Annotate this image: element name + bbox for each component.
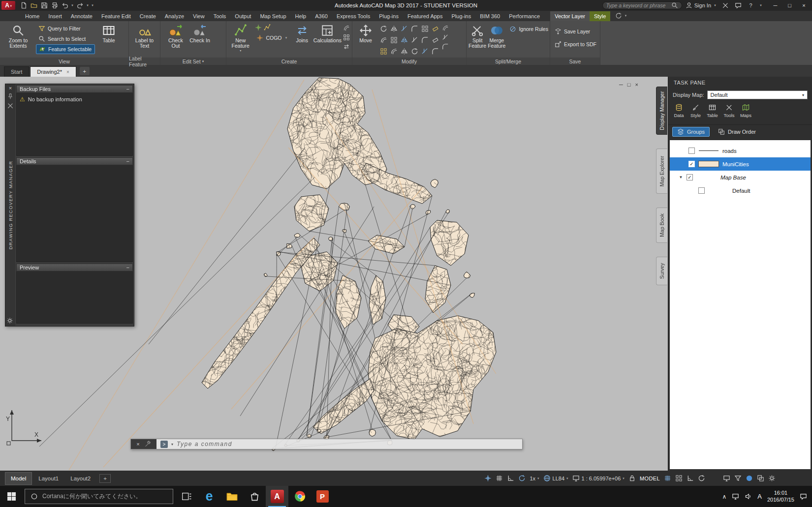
data-button[interactable]: Data	[671, 104, 687, 118]
help-search-input[interactable]: Type a keyword or phrase	[602, 1, 682, 9]
tray-expand-icon[interactable]: ∧	[722, 493, 726, 500]
default-checkbox[interactable]	[698, 187, 705, 194]
query-to-filter-button[interactable]: Query to Filter	[36, 24, 95, 33]
explode-icon[interactable]	[380, 48, 387, 55]
joins-button[interactable]: Joins	[292, 23, 312, 43]
undo-dropdown-icon[interactable]: ▾	[70, 3, 74, 7]
side-tab-display-manager[interactable]: Display Manager	[656, 87, 667, 135]
drawing-minimize-button[interactable]: ─	[619, 82, 623, 88]
isolate-objects-icon[interactable]	[734, 475, 742, 482]
edit-polyline-icon[interactable]	[421, 48, 429, 55]
merge-feature-button[interactable]: Merge Feature	[488, 23, 505, 49]
tab-analyze[interactable]: Analyze	[160, 11, 188, 21]
label-to-text-button[interactable]: Label to Text	[131, 23, 158, 49]
tab-create[interactable]: Create	[135, 11, 160, 21]
calculations-button[interactable]: Calculations	[313, 23, 342, 43]
app-store-icon[interactable]	[733, 1, 743, 10]
dynamic-ucs-icon[interactable]	[687, 475, 694, 482]
exchange-apps-icon[interactable]	[720, 1, 730, 10]
trim-icon[interactable]	[401, 25, 408, 32]
cortana-search-box[interactable]: Cortanaに何か聞いてみてください。	[25, 489, 173, 504]
object-snap-icon[interactable]	[484, 475, 492, 482]
tab-plug-ins-2[interactable]: Plug-ins	[447, 11, 476, 21]
tab-start[interactable]: Start	[4, 66, 29, 77]
tab-style[interactable]: Style	[590, 11, 610, 21]
lengthen-icon[interactable]	[390, 48, 398, 55]
collapse-preview-icon[interactable]: −	[126, 265, 129, 270]
close-button[interactable]: ×	[797, 0, 811, 10]
polar-tracking-icon[interactable]	[518, 475, 526, 482]
palette-autohide-icon[interactable]	[7, 93, 14, 100]
check-in-button[interactable]: Check In	[188, 23, 211, 43]
layer-row-municities[interactable]: ✓ MuniCities	[670, 157, 811, 171]
minimize-button[interactable]: ─	[768, 0, 782, 10]
sign-in-button[interactable]: Sign In ▾	[686, 2, 717, 9]
layer-row-default[interactable]: Default	[670, 184, 811, 197]
clean-screen-icon[interactable]	[757, 475, 764, 482]
style-button[interactable]: Style	[688, 104, 703, 118]
application-menu-button[interactable]: A▾	[1, 1, 15, 10]
drawing-close-button[interactable]: ×	[635, 82, 638, 88]
backup-files-list[interactable]: ⚠ No backup information	[16, 93, 133, 156]
search-to-select-button[interactable]: Search to Select	[36, 34, 95, 44]
save-button[interactable]	[39, 1, 49, 10]
tab-layout2[interactable]: Layout2	[65, 473, 96, 484]
roads-checkbox[interactable]	[688, 148, 695, 154]
action-center-icon[interactable]	[800, 493, 807, 500]
open-file-button[interactable]	[29, 1, 38, 10]
taskbar-file-explorer-button[interactable]	[220, 486, 243, 507]
tab-annotate[interactable]: Annotate	[66, 11, 97, 21]
zoom-to-extents-button[interactable]: Zoom to Extents	[2, 23, 34, 49]
delete-vertex-icon[interactable]	[264, 24, 271, 31]
annotation-scale-button[interactable]: 1x▾	[530, 476, 539, 481]
new-layout-button[interactable]: +	[99, 474, 111, 483]
new-feature-button[interactable]: New Feature ▾	[228, 23, 252, 52]
undo-button[interactable]	[60, 1, 69, 10]
tab-model[interactable]: Model	[5, 472, 32, 485]
split-feature-button[interactable]: Split Feature	[468, 23, 486, 49]
feature-more-icon[interactable]	[343, 43, 350, 50]
palette-settings-icon[interactable]	[6, 317, 13, 324]
offset-icon[interactable]	[380, 36, 387, 44]
array-icon[interactable]	[421, 25, 429, 32]
new-file-button[interactable]	[19, 1, 28, 10]
panel-label-label-feature[interactable]: Label Feature	[129, 58, 160, 65]
ortho-mode-icon[interactable]	[507, 475, 514, 482]
map-base-checkbox[interactable]: ✓	[687, 174, 693, 180]
redo-dropdown-icon[interactable]: ▾	[86, 3, 90, 7]
chamfer-icon[interactable]	[432, 36, 439, 44]
start-button[interactable]	[0, 486, 23, 507]
palette-properties-icon[interactable]	[7, 102, 14, 109]
offset-feature-icon[interactable]	[442, 25, 449, 31]
panel-label-view[interactable]: View	[0, 58, 128, 65]
feature-option-icon[interactable]	[343, 25, 350, 31]
ribbon-display-toggle[interactable]: ▾	[610, 12, 632, 21]
viewport-grid-icon[interactable]	[675, 475, 683, 482]
preview-header[interactable]: Preview −	[16, 264, 133, 271]
redo-button[interactable]	[75, 1, 85, 10]
join-icon[interactable]	[421, 36, 429, 44]
tab-feature-edit[interactable]: Feature Edit	[97, 11, 135, 21]
break-icon[interactable]	[411, 36, 418, 44]
command-line-window[interactable]: × > ▾ Type a command	[130, 439, 523, 449]
move-button[interactable]: Move	[354, 23, 377, 43]
feature-split-option-icon[interactable]	[343, 34, 350, 41]
grid-display-icon[interactable]	[496, 475, 503, 482]
tab-help[interactable]: Help	[291, 11, 311, 21]
qat-customize-icon[interactable]: ▾	[91, 3, 94, 7]
maps-button[interactable]: Maps	[738, 104, 753, 118]
tab-layout1[interactable]: Layout1	[33, 473, 64, 484]
tab-performance[interactable]: Performance	[504, 11, 544, 21]
tab-express-tools[interactable]: Express Tools	[332, 11, 375, 21]
side-tab-map-book[interactable]: Map Book	[656, 208, 667, 243]
fillet-icon[interactable]	[411, 25, 418, 32]
ime-indicator[interactable]: A	[757, 493, 762, 500]
tab-map-setup[interactable]: Map Setup	[255, 11, 290, 21]
tab-a360[interactable]: A360	[311, 11, 332, 21]
customization-icon[interactable]	[768, 475, 776, 482]
panel-label-split-merge[interactable]: Split/Merge	[467, 58, 550, 65]
draw-order-button[interactable]: Draw Order	[714, 127, 760, 137]
save-layer-button[interactable]: Save Layer	[552, 27, 599, 36]
grid-icon[interactable]	[664, 475, 671, 482]
table-button[interactable]: Table	[96, 23, 121, 43]
